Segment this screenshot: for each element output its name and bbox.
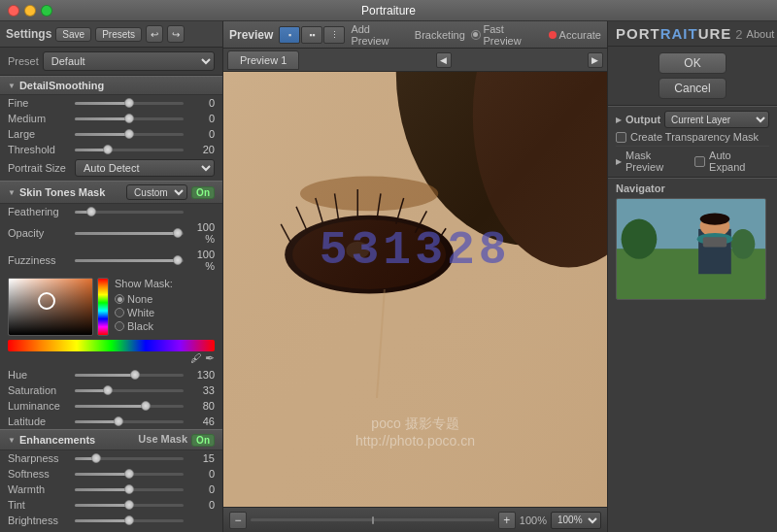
zoom-slider-thumb[interactable]	[372, 516, 374, 524]
tint-slider[interactable]	[75, 504, 184, 507]
fine-slider[interactable]	[75, 102, 184, 105]
eyedropper-row: 🖋 ✒	[0, 351, 222, 367]
detail-smoothing-label: DetailSmoothing	[19, 80, 104, 91]
white-radio-dot[interactable]	[115, 308, 124, 317]
redo-button[interactable]: ↪	[167, 25, 185, 43]
enhancements-on-badge[interactable]: On	[191, 434, 215, 447]
navigator-thumbnail[interactable]	[616, 198, 766, 300]
color-picker-gradient[interactable]	[8, 278, 93, 336]
mask-preview-label[interactable]: Mask Preview	[625, 150, 691, 173]
tab-nav-left[interactable]: ◀	[436, 52, 452, 68]
preview-label: Preview	[229, 28, 273, 42]
opacity-value: 100 %	[187, 221, 215, 245]
luminance-slider[interactable]	[75, 405, 184, 408]
transparency-label: Create Transparency Mask	[630, 131, 759, 143]
preview-tab-bar: Preview 1 ◀ ▶	[223, 49, 607, 72]
warmth-slider-row: Warmth 0	[0, 482, 222, 497]
medium-slider[interactable]	[75, 117, 184, 120]
saturation-slider-row: Saturation 33	[0, 382, 222, 398]
transparency-checkbox[interactable]	[616, 132, 626, 143]
latitude-value: 46	[187, 416, 215, 427]
tab-nav-right[interactable]: ▶	[588, 52, 603, 68]
save-button[interactable]: Save	[55, 27, 91, 42]
zoom-minus-button[interactable]: −	[229, 512, 247, 529]
preview-bottom-bar: − + 100% 100% 50% 200%	[223, 507, 607, 532]
watermark-line2: http://photo.poco.cn	[355, 433, 475, 449]
traffic-lights	[8, 5, 52, 17]
port-span: PORT	[616, 25, 660, 42]
svg-point-21	[622, 219, 658, 259]
bracketing-button[interactable]: Bracketing	[415, 29, 465, 41]
luminance-label: Luminance	[8, 400, 71, 412]
portraiture-header: PORTRAITURE 2	[616, 25, 743, 42]
tint-label: Tint	[8, 499, 71, 511]
hue-slider[interactable]	[75, 374, 184, 377]
fast-preview-label: Fast Preview	[484, 23, 543, 47]
warmth-value: 0	[187, 483, 215, 495]
color-picker-area: Show Mask: None White Black	[0, 274, 222, 340]
warmth-slider[interactable]	[75, 488, 184, 491]
none-radio[interactable]: None	[115, 293, 173, 305]
auto-expand-checkbox[interactable]	[694, 156, 705, 167]
presets-button[interactable]: Presets	[95, 27, 142, 42]
black-radio-dot[interactable]	[115, 321, 124, 331]
use-mask-label: Use Mask	[138, 433, 187, 445]
preset-select[interactable]: Default	[43, 51, 215, 71]
fuzziness-slider[interactable]	[75, 259, 184, 262]
black-radio[interactable]: Black	[115, 320, 173, 332]
cancel-button[interactable]: Cancel	[659, 78, 726, 99]
about-button[interactable]: About	[743, 26, 777, 42]
medium-label: Medium	[8, 113, 71, 124]
sharpness-slider[interactable]	[75, 457, 184, 460]
eyedropper-icon[interactable]: 🖋	[190, 351, 202, 365]
opacity-slider[interactable]	[75, 232, 184, 235]
medium-value: 0	[187, 113, 215, 124]
softness-slider-row: Softness 0	[0, 466, 222, 482]
opacity-slider-row: Opacity 100 %	[0, 219, 222, 247]
navigator-label: Navigator	[616, 183, 769, 194]
fast-preview-radio-dot[interactable]	[471, 30, 481, 40]
none-radio-dot[interactable]	[115, 294, 124, 304]
close-button[interactable]	[8, 5, 19, 17]
latitude-slider[interactable]	[75, 420, 184, 423]
portrait-size-select[interactable]: Auto Detect	[75, 159, 215, 177]
ok-button[interactable]: OK	[659, 52, 726, 74]
softness-value: 0	[187, 468, 215, 480]
multi-view-button[interactable]: ⋮	[323, 26, 345, 44]
skin-on-badge[interactable]: On	[191, 186, 215, 199]
maximize-button[interactable]	[41, 5, 52, 17]
single-view-button[interactable]: ▪	[279, 26, 300, 44]
eyedropper-plus-icon[interactable]: ✒	[205, 351, 215, 365]
fine-slider-row: Fine 0	[0, 95, 222, 111]
large-slider[interactable]	[75, 133, 184, 136]
color-hue-strip[interactable]	[8, 340, 215, 351]
hue-slider-vertical[interactable]	[97, 278, 109, 336]
add-preview-button[interactable]: Add Preview	[351, 23, 408, 47]
feathering-slider-row: Feathering	[0, 204, 222, 219]
settings-toolbar: Settings Save Presets ↩ ↪	[0, 21, 222, 48]
saturation-slider[interactable]	[75, 389, 184, 392]
white-radio[interactable]: White	[115, 307, 173, 318]
dual-view-button[interactable]: ▪▪	[301, 26, 322, 44]
preview-tab-1-label: Preview 1	[240, 54, 287, 66]
feathering-slider[interactable]	[75, 211, 184, 214]
fuzziness-label: Fuzziness	[8, 254, 71, 266]
auto-expand-label: Auto Expand	[709, 150, 769, 173]
transparency-row: Create Transparency Mask	[616, 131, 769, 143]
output-select[interactable]: Current Layer	[664, 111, 769, 128]
minimize-button[interactable]	[24, 5, 36, 17]
softness-slider[interactable]	[75, 473, 184, 476]
large-slider-row: Large 0	[0, 126, 222, 142]
section-triangle: ▼	[8, 82, 16, 90]
svg-point-22	[731, 229, 755, 259]
brightness-slider[interactable]	[75, 519, 184, 522]
preview-tab-1[interactable]: Preview 1	[227, 50, 299, 70]
skin-custom-select[interactable]: Custom	[126, 184, 187, 200]
undo-button[interactable]: ↩	[146, 25, 163, 43]
softness-label: Softness	[8, 468, 71, 480]
zoom-select[interactable]: 100% 50% 200%	[551, 512, 601, 529]
threshold-slider[interactable]	[75, 149, 184, 151]
center-panel: Preview ▪ ▪▪ ⋮ Add Preview Bracketing Fa…	[223, 21, 607, 532]
app-title: Portraiture	[361, 4, 416, 17]
zoom-plus-button[interactable]: +	[498, 512, 516, 529]
